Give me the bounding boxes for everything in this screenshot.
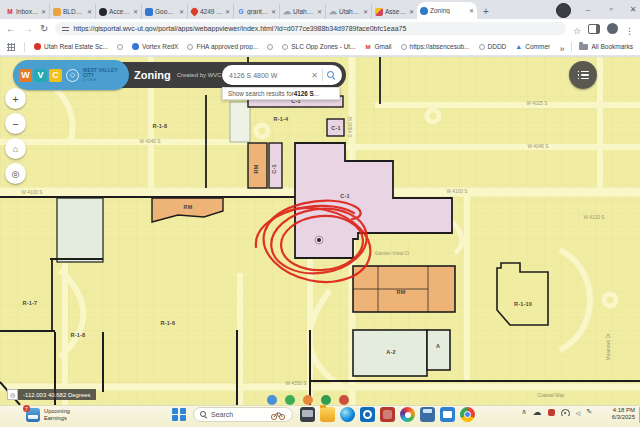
bookmark-label: Vortex RedX (142, 43, 179, 50)
zoom-out-button[interactable] (5, 113, 26, 134)
taskbar-center: Search (172, 407, 475, 422)
peek-dot (267, 395, 277, 405)
tab-close-icon[interactable] (179, 8, 184, 15)
zone-label: R-1-10 (514, 301, 532, 307)
bookmarks-bar: Utah Real Estate Sc...Vortex RedXFHA app… (0, 38, 640, 56)
zone-r110-outline[interactable] (497, 263, 548, 325)
coordinates-icon[interactable] (7, 389, 18, 400)
zoom-in-button[interactable] (5, 88, 26, 109)
globe-bookmark-icon (187, 44, 193, 50)
tab-zoning[interactable]: Zoning (417, 2, 477, 19)
logo-letter-c: C (49, 69, 62, 82)
bookmark-site[interactable] (267, 44, 273, 50)
bookmark-site[interactable] (117, 44, 123, 50)
taskbar-icon-chrome[interactable] (460, 407, 475, 422)
window-minimize-button[interactable] (578, 0, 598, 18)
new-tab-button[interactable] (483, 6, 489, 17)
profile-avatar[interactable] (607, 23, 618, 34)
taskbar-icon-photos[interactable] (400, 407, 415, 422)
tab-strip-tabs: MInbox (...BLD202...Accela ...Googl...42… (3, 2, 477, 19)
tab-close-icon[interactable] (41, 8, 46, 15)
taskbar-icon-calculator[interactable] (420, 407, 435, 422)
taskbar-icon-app-blue[interactable] (440, 407, 455, 422)
taskbar-search-icon (200, 411, 207, 418)
tray-chevron-up-icon[interactable] (521, 408, 526, 416)
bookmarks-overflow-icon[interactable] (559, 38, 564, 56)
tab-utahr-[interactable]: ☁UtahR... (279, 4, 325, 19)
taskbar-icon-app-orange[interactable] (380, 407, 395, 422)
tab-bld202-[interactable]: BLD202... (49, 4, 95, 19)
tab-close-icon[interactable] (133, 8, 138, 15)
zone-label: A-2 (386, 349, 395, 355)
tab-inbox-[interactable]: MInbox (... (3, 4, 49, 19)
zone-label: RM (397, 289, 406, 295)
tab-grant-e-[interactable]: Ggrant e... (233, 4, 279, 19)
browser-menu-icon[interactable] (625, 20, 634, 38)
bookmark-gmail[interactable]: MGmail (365, 43, 392, 50)
bookmark-dddd[interactable]: DDDD (479, 43, 507, 50)
tray-red-badge-icon[interactable] (548, 409, 555, 416)
zone-a[interactable] (427, 330, 450, 370)
zoning-map[interactable]: R-1-8R-1-4C-1C-1C-1RMC-1RMR-1-7R-1-8R-1-… (0, 57, 640, 405)
address-bar[interactable]: https://gisportal.wvc-ut.gov/portal/apps… (55, 22, 566, 35)
tab-close-icon[interactable] (469, 7, 474, 14)
gmail-favicon: M (6, 8, 14, 16)
side-panel-icon[interactable] (588, 24, 600, 34)
legend-button[interactable] (569, 61, 597, 89)
tab-close-icon[interactable] (409, 8, 414, 15)
tab-close-icon[interactable] (317, 8, 322, 15)
tab-accela-[interactable]: Accela ... (95, 4, 141, 19)
apps-grid-icon[interactable] (7, 43, 15, 51)
tab-close-icon[interactable] (363, 8, 368, 15)
map-search-input[interactable]: 4126 S 4800 W (222, 65, 342, 85)
tab-utahre-[interactable]: ☁UtahRe... (325, 4, 371, 19)
reload-icon[interactable] (40, 23, 48, 34)
zone-label: C-1 (331, 125, 340, 131)
pen-icon[interactable] (586, 408, 592, 416)
bookmark-star-icon[interactable] (573, 20, 581, 38)
bookmark-commercial-real-est-[interactable]: Commercial Real Est... (515, 43, 550, 50)
tab-close-icon[interactable] (87, 8, 92, 15)
all-bookmarks-button[interactable]: All Bookmarks (579, 43, 633, 50)
widget-line2: Earnings (44, 415, 70, 422)
forward-icon[interactable] (23, 23, 33, 34)
bookmark-label: Gmail (375, 43, 392, 50)
back-icon[interactable] (6, 23, 16, 34)
zone-green-strip[interactable] (230, 102, 250, 142)
bookmark-https-absencesub-[interactable]: https://absencesub... (401, 43, 470, 50)
window-maximize-button[interactable] (601, 0, 621, 18)
onedrive-icon[interactable] (533, 407, 542, 417)
taskbar-icon-laptop[interactable] (300, 407, 315, 422)
search-icon[interactable] (327, 71, 335, 79)
taskbar-clock[interactable]: 4:18 PM 6/3/2025 (612, 407, 635, 421)
tab-assess-[interactable]: Assess... (371, 4, 417, 19)
volume-icon[interactable] (576, 409, 581, 416)
search-suggestion[interactable]: Show search results for 4126 S ... (222, 87, 340, 100)
tab-4249-s-[interactable]: 4249 S ... (187, 4, 233, 19)
bookmark-utah-real-estate-sc-[interactable]: Utah Real Estate Sc... (34, 43, 108, 50)
taskbar-icon-outlook[interactable] (360, 407, 375, 422)
browser-profile-button[interactable] (556, 3, 571, 18)
zone-label: R-1-8 (153, 123, 168, 129)
window-close-button[interactable] (623, 0, 640, 18)
site-settings-icon[interactable] (62, 25, 69, 32)
bookmark-vortex-redx[interactable]: Vortex RedX (132, 43, 179, 50)
search-value[interactable]: 4126 S 4800 W (229, 72, 307, 79)
wifi-icon[interactable] (561, 409, 570, 416)
taskbar-icon-file-explorer[interactable] (320, 407, 335, 422)
tab-googl-[interactable]: Googl... (141, 4, 187, 19)
start-button[interactable] (172, 408, 186, 422)
zone-green-left[interactable] (57, 198, 103, 262)
search-clear-icon[interactable] (311, 71, 318, 80)
street-label: W 4100 S (21, 190, 42, 195)
my-location-button[interactable] (5, 163, 26, 184)
tab-close-icon[interactable] (225, 8, 230, 15)
tab-close-icon[interactable] (271, 8, 276, 15)
widgets-button[interactable]: 7 Upcoming Earnings (26, 408, 70, 422)
home-extent-button[interactable] (5, 138, 26, 159)
bookmark-fha-approved-prop-[interactable]: FHA approved prop... (187, 43, 258, 50)
taskbar-icon-edge[interactable] (340, 407, 355, 422)
taskbar-search[interactable]: Search (193, 407, 293, 422)
bookmark-slc-opp-zones-ut-[interactable]: SLC Opp Zones - Ut... (282, 43, 355, 50)
url-text[interactable]: https://gisportal.wvc-ut.gov/portal/apps… (73, 25, 559, 32)
